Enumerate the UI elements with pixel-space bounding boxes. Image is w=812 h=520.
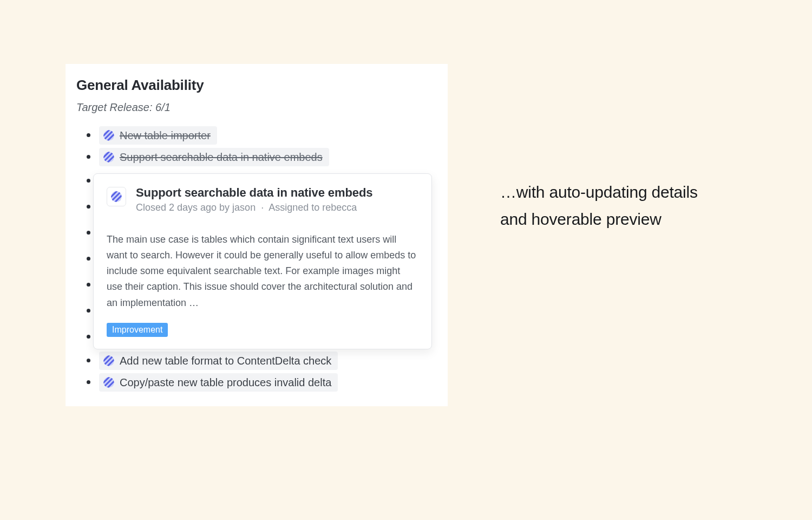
svg-rect-6 (103, 377, 114, 388)
popover-assigned-meta: Assigned to rebecca (269, 202, 357, 213)
issue-icon (103, 152, 114, 162)
popover-heading-col: Support searchable data in native embeds… (136, 186, 372, 213)
card-title: General Availability (76, 77, 435, 94)
issue-icon (111, 191, 122, 203)
list-item: Copy/paste new table produces invalid de… (76, 372, 435, 393)
issue-tag[interactable]: Improvement (107, 323, 168, 337)
issue-hover-preview[interactable]: Support searchable data in native embeds… (93, 173, 432, 349)
list-item: Support searchable data in native embeds (76, 146, 435, 168)
issue-label: New table importer (120, 128, 211, 142)
issue-chip[interactable]: Copy/paste new table produces invalid de… (99, 373, 338, 392)
popover-icon-box (107, 187, 126, 206)
popover-body: The main use case is tables which contai… (107, 232, 418, 311)
feature-caption: …with auto-updating details and hoverabl… (500, 179, 711, 233)
list-item: New table importer (76, 125, 435, 146)
popover-title: Support searchable data in native embeds (136, 186, 372, 200)
popover-meta: Closed 2 days ago by jason · Assigned to… (136, 202, 372, 213)
issue-icon (103, 130, 114, 141)
issue-chip[interactable]: Support searchable data in native embeds (99, 148, 329, 166)
issue-label: Add new table format to ContentDelta che… (120, 354, 331, 368)
svg-rect-7 (111, 191, 122, 202)
issue-label: Copy/paste new table produces invalid de… (120, 375, 331, 389)
svg-rect-5 (103, 355, 114, 366)
issue-label: Support searchable data in native embeds (120, 150, 323, 164)
svg-rect-4 (103, 152, 114, 162)
issue-chip[interactable]: Add new table format to ContentDelta che… (99, 352, 338, 370)
svg-rect-3 (103, 130, 114, 141)
issue-icon (103, 355, 114, 366)
card-subtitle: Target Release: 6/1 (76, 101, 435, 114)
issue-chip[interactable]: New table importer (99, 126, 217, 145)
issue-icon (103, 377, 114, 388)
list-item: Add new table format to ContentDelta che… (76, 350, 435, 372)
meta-separator: · (261, 202, 264, 213)
popover-closed-meta: Closed 2 days ago by jason (136, 202, 256, 213)
popover-header: Support searchable data in native embeds… (107, 186, 418, 213)
